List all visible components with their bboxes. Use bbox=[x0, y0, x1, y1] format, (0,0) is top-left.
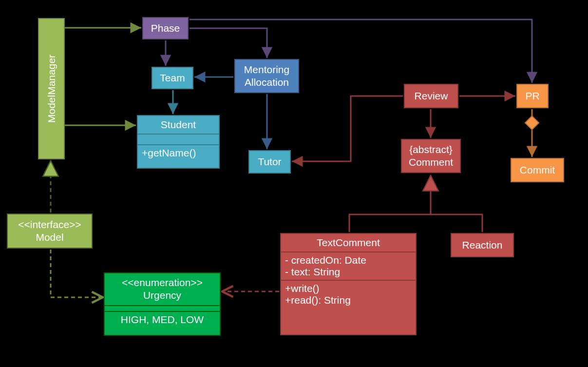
enum-urgency: <<enumeration>> Urgency HIGH, MED, LOW bbox=[104, 272, 221, 336]
class-name: Review bbox=[415, 90, 448, 102]
class-mentoring-allocation: Mentoring Allocation bbox=[234, 59, 299, 93]
class-pr: PR bbox=[516, 84, 549, 108]
class-name: Team bbox=[160, 72, 185, 84]
assoc-phase-mentoring bbox=[190, 28, 267, 58]
stereotype-text: <<interface>> bbox=[18, 218, 81, 231]
assoc-review-tutor bbox=[292, 96, 403, 161]
gen-textcomment-comment bbox=[349, 175, 431, 232]
class-name: Student bbox=[138, 116, 219, 134]
class-student: Student +getName() bbox=[137, 115, 220, 169]
class-name: TextComment bbox=[281, 234, 416, 251]
enum-values: HIGH, MED, LOW bbox=[105, 311, 220, 328]
dep-model-urgency bbox=[51, 250, 103, 297]
class-review: Review bbox=[404, 84, 458, 108]
class-team: Team bbox=[152, 67, 193, 89]
class-name: Comment bbox=[409, 156, 453, 169]
class-comment: {abstract} Comment bbox=[401, 139, 461, 173]
class-name: Model bbox=[36, 231, 63, 244]
class-name: Tutor bbox=[258, 156, 281, 168]
class-reaction: Reaction bbox=[451, 233, 514, 257]
class-tutor: Tutor bbox=[248, 150, 291, 174]
class-methods: +write() +read(): String bbox=[281, 280, 416, 308]
gen-reaction-comment bbox=[431, 214, 482, 232]
class-name: Mentoring Allocation bbox=[244, 63, 289, 89]
class-name: Reaction bbox=[462, 239, 503, 251]
class-name: Phase bbox=[151, 22, 180, 34]
class-modelmanager: ModelManager bbox=[38, 18, 65, 159]
class-name: Urgency bbox=[143, 290, 181, 301]
interface-model: <<interface>> Model bbox=[7, 213, 93, 249]
stereotype-text: <<enumeration>> bbox=[122, 277, 203, 288]
class-methods: +getName() bbox=[138, 144, 219, 161]
class-name: Commit bbox=[520, 164, 555, 176]
class-attributes: - createdOn: Date - text: String bbox=[281, 251, 416, 280]
class-textcomment: TextComment - createdOn: Date - text: St… bbox=[280, 233, 417, 335]
class-phase: Phase bbox=[142, 17, 189, 39]
class-attributes bbox=[138, 134, 219, 144]
class-name: PR bbox=[525, 90, 539, 102]
class-commit: Commit bbox=[511, 158, 564, 182]
class-name: ModelManager bbox=[46, 55, 57, 123]
composition-diamond-icon bbox=[525, 116, 539, 130]
abstract-tag: {abstract} bbox=[409, 143, 453, 156]
spacer bbox=[105, 305, 220, 311]
